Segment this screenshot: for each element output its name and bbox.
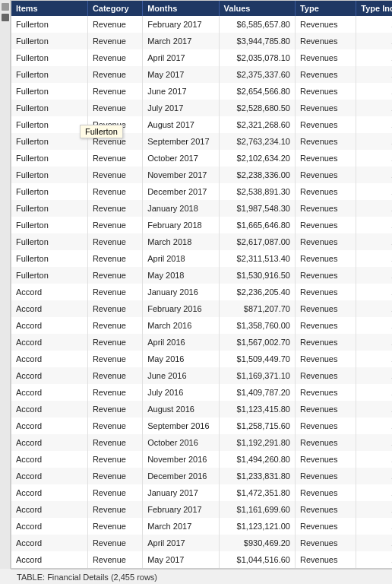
cell-typeindex: 1 <box>356 100 392 116</box>
table-row[interactable]: AccordRevenueDecember 2016$1,233,831.80R… <box>11 468 392 484</box>
cell-category: Revenue <box>87 535 142 551</box>
cell-typeindex: 1 <box>356 535 392 551</box>
table-row[interactable]: FullertonRevenueNovember 2017$2,238,336.… <box>11 167 392 183</box>
cell-category: Revenue <box>87 451 142 468</box>
cell-values: $871,207.70 <box>219 300 295 317</box>
table-row[interactable]: FullertonRevenueJune 2017$2,654,566.80Re… <box>11 83 392 100</box>
table-row[interactable]: AccordRevenueOctober 2016$1,192,291.80Re… <box>11 434 392 451</box>
cell-category: Revenue <box>87 568 142 569</box>
cell-category: Revenue <box>87 233 142 250</box>
table-row[interactable]: AccordRevenueJune 2017$1,459,233.20Reven… <box>11 568 392 569</box>
table-row[interactable]: AccordRevenueNovember 2016$1,494,260.80R… <box>11 451 392 468</box>
cell-items: Accord <box>11 535 87 551</box>
cell-category: Revenue <box>87 167 142 183</box>
table-row[interactable]: AccordRevenueAugust 2016$1,123,415.80Rev… <box>11 401 392 417</box>
cell-type: Revenues <box>295 384 356 401</box>
cell-type: Revenues <box>295 351 356 367</box>
table-row[interactable]: AccordRevenueApril 2017$930,469.20Revenu… <box>11 535 392 551</box>
cell-typeindex: 1 <box>356 351 392 367</box>
cell-values: $1,192,291.80 <box>219 434 295 451</box>
cell-category: Revenue <box>87 334 142 351</box>
table-row[interactable]: FullertonRevenueAugust 2017$2,321,268.60… <box>11 116 392 133</box>
table-row[interactable]: AccordRevenueJanuary 2016$2,236,205.40Re… <box>11 284 392 300</box>
table-row[interactable]: FullertonRevenueMarch 2018$2,617,087.00R… <box>11 233 392 250</box>
col-header-months[interactable]: Months <box>143 1 219 16</box>
cell-typeindex: 1 <box>356 384 392 401</box>
cell-items: Accord <box>11 401 87 417</box>
col-header-type[interactable]: Type <box>295 1 356 16</box>
table-row[interactable]: FullertonRevenueFebruary 2018$1,665,646.… <box>11 217 392 233</box>
cell-items: Accord <box>11 334 87 351</box>
cell-type: Revenues <box>295 417 356 434</box>
table-row[interactable]: AccordRevenueFebruary 2017$1,161,699.60R… <box>11 501 392 518</box>
cell-values: $1,567,002.70 <box>219 334 295 351</box>
cell-category: Revenue <box>87 300 142 317</box>
cell-months: June 2017 <box>143 568 219 569</box>
table-row[interactable]: AccordRevenueMarch 2017$1,123,121.00Reve… <box>11 518 392 535</box>
table-row[interactable]: FullertonRevenueSeptember 2017$2,763,234… <box>11 133 392 150</box>
cell-months: March 2016 <box>143 317 219 334</box>
table-row[interactable]: AccordRevenueMay 2016$1,509,449.70Revenu… <box>11 351 392 367</box>
cell-items: Accord <box>11 384 87 401</box>
cell-values: $2,538,891.30 <box>219 183 295 200</box>
cell-type: Revenues <box>295 167 356 183</box>
table-row[interactable]: FullertonRevenueApril 2018$2,311,513.40R… <box>11 250 392 267</box>
col-header-category[interactable]: Category <box>87 1 142 16</box>
cell-typeindex: 1 <box>356 200 392 217</box>
cell-type: Revenues <box>295 233 356 250</box>
cell-type: Revenues <box>295 401 356 417</box>
data-table-container[interactable]: Fullerton ItemsCategoryMonthsValuesTypeT… <box>11 0 392 569</box>
cell-category: Revenue <box>87 183 142 200</box>
cell-months: December 2016 <box>143 468 219 484</box>
cell-items: Fullerton <box>11 100 87 116</box>
table-row[interactable]: AccordRevenueJuly 2016$1,409,787.20Reven… <box>11 384 392 401</box>
cell-items: Fullerton <box>11 16 87 33</box>
cell-typeindex: 1 <box>356 484 392 501</box>
cell-category: Revenue <box>87 317 142 334</box>
table-row[interactable]: AccordRevenueSeptember 2016$1,258,715.60… <box>11 417 392 434</box>
cell-type: Revenues <box>295 66 356 83</box>
cell-values: $6,585,657.80 <box>219 16 295 33</box>
table-row[interactable]: FullertonRevenueFebruary 2017$6,585,657.… <box>11 16 392 33</box>
status-bar: TABLE: Financial Details (2,455 rows) <box>11 569 392 584</box>
cell-months: June 2017 <box>143 83 219 100</box>
cell-tooltip: Fullerton <box>80 125 123 138</box>
cell-months: April 2017 <box>143 535 219 551</box>
cell-values: $1,123,121.00 <box>219 518 295 535</box>
table-row[interactable]: FullertonRevenueJuly 2017$2,528,680.50Re… <box>11 100 392 116</box>
cell-typeindex: 1 <box>356 183 392 200</box>
cell-items: Fullerton <box>11 33 87 49</box>
cell-values: $2,035,078.10 <box>219 49 295 66</box>
table-row[interactable]: FullertonRevenueDecember 2017$2,538,891.… <box>11 183 392 200</box>
table-row[interactable]: AccordRevenueMay 2017$1,044,516.60Revenu… <box>11 551 392 568</box>
table-row[interactable]: FullertonRevenueMay 2017$2,375,337.60Rev… <box>11 66 392 83</box>
col-header-typeindex[interactable]: Type Index <box>356 1 392 16</box>
cell-items: Accord <box>11 484 87 501</box>
cell-category: Revenue <box>87 267 142 284</box>
cell-typeindex: 1 <box>356 434 392 451</box>
table-row[interactable]: FullertonRevenueOctober 2017$2,102,634.2… <box>11 150 392 167</box>
cell-typeindex: 1 <box>356 116 392 133</box>
cell-months: July 2016 <box>143 384 219 401</box>
table-row[interactable]: FullertonRevenueMay 2018$1,530,916.50Rev… <box>11 267 392 284</box>
cell-months: January 2017 <box>143 484 219 501</box>
cell-items: Fullerton <box>11 66 87 83</box>
cell-typeindex: 1 <box>356 451 392 468</box>
table-row[interactable]: AccordRevenueMarch 2016$1,358,760.00Reve… <box>11 317 392 334</box>
table-row[interactable]: FullertonRevenueJanuary 2018$1,987,548.3… <box>11 200 392 217</box>
cell-items: Accord <box>11 367 87 384</box>
cell-values: $1,233,831.80 <box>219 468 295 484</box>
table-row[interactable]: AccordRevenueApril 2016$1,567,002.70Reve… <box>11 334 392 351</box>
col-header-values[interactable]: Values <box>219 1 295 16</box>
cell-values: $3,944,785.80 <box>219 33 295 49</box>
cell-typeindex: 1 <box>356 518 392 535</box>
table-row[interactable]: AccordRevenueFebruary 2016$871,207.70Rev… <box>11 300 392 317</box>
table-row[interactable]: AccordRevenueJune 2016$1,169,371.10Reven… <box>11 367 392 384</box>
cell-values: $1,123,415.80 <box>219 401 295 417</box>
table-row[interactable]: FullertonRevenueMarch 2017$3,944,785.80R… <box>11 33 392 49</box>
cell-months: July 2017 <box>143 100 219 116</box>
cell-type: Revenues <box>295 367 356 384</box>
table-row[interactable]: FullertonRevenueApril 2017$2,035,078.10R… <box>11 49 392 66</box>
col-header-items[interactable]: Items <box>11 1 87 16</box>
table-row[interactable]: AccordRevenueJanuary 2017$1,472,351.80Re… <box>11 484 392 501</box>
